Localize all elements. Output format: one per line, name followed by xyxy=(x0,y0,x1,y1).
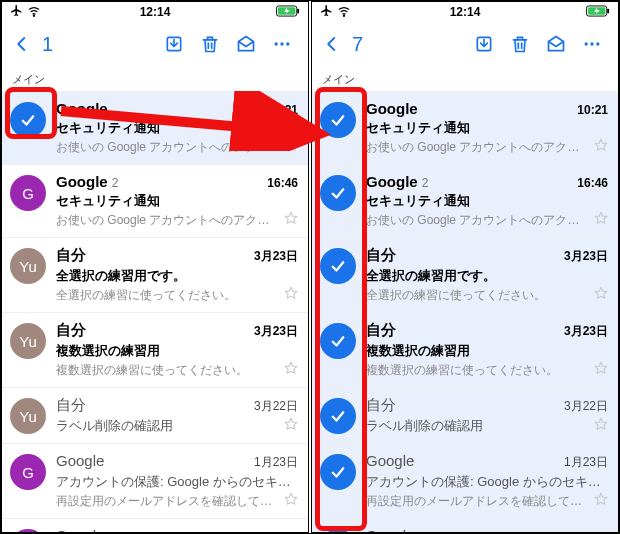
mark-read-button[interactable] xyxy=(538,34,574,54)
svg-marker-16 xyxy=(285,493,297,504)
selected-check-icon[interactable] xyxy=(320,175,356,211)
selected-check-icon[interactable] xyxy=(320,323,356,359)
star-icon[interactable] xyxy=(284,138,298,156)
airplane-mode-icon xyxy=(10,4,23,20)
back-button[interactable] xyxy=(320,32,344,56)
email-snippet: お使いの Google アカウントへのアクセ… xyxy=(56,139,298,156)
email-subject: アカウントの保護: Google からのセキュ… xyxy=(56,473,298,491)
star-icon[interactable] xyxy=(284,417,298,435)
sender-name: Google xyxy=(56,173,108,190)
email-subject: セキュリティ通知 xyxy=(366,119,608,137)
selected-check-icon[interactable] xyxy=(320,102,356,138)
email-row[interactable]: Google19/12/23セキュリティ通知 xyxy=(312,518,618,533)
star-icon[interactable] xyxy=(594,211,608,229)
email-list: Google10:21セキュリティ通知お使いの Google アカウントへのアク… xyxy=(312,91,618,533)
email-row[interactable]: GGoogle19/12/23セキュリティ通知 xyxy=(2,518,308,533)
svg-marker-12 xyxy=(285,212,297,223)
selected-check-icon[interactable] xyxy=(10,102,46,138)
sender-name: Google xyxy=(56,100,108,117)
more-button[interactable] xyxy=(574,34,610,54)
sender-avatar[interactable]: Yu xyxy=(10,323,46,359)
sender-avatar[interactable]: G xyxy=(10,529,46,533)
svg-marker-33 xyxy=(595,418,607,429)
selected-check-icon[interactable] xyxy=(320,529,356,533)
email-snippet: お使いの Google アカウントへのアクセ… xyxy=(56,212,298,229)
sender-avatar[interactable]: G xyxy=(10,175,46,211)
back-button[interactable] xyxy=(10,32,34,56)
battery-icon xyxy=(586,5,610,20)
sender-name: Google xyxy=(366,452,414,469)
email-row[interactable]: Google10:21セキュリティ通知お使いの Google アカウントへのアク… xyxy=(2,91,308,164)
sender-name: 自分 xyxy=(366,321,396,340)
section-label: メイン xyxy=(312,66,618,91)
star-icon[interactable] xyxy=(594,138,608,156)
delete-button[interactable] xyxy=(192,34,228,54)
more-button[interactable] xyxy=(264,34,300,54)
sender-name: Google xyxy=(56,452,104,469)
phone-right: 12:147メインGoogle10:21セキュリティ通知お使いの Google … xyxy=(311,1,619,533)
email-row[interactable]: GGoogle216:46セキュリティ通知お使いの Google アカウントへの… xyxy=(2,164,308,237)
email-row[interactable]: Yu自分3月23日全選択の練習用です。全選択の練習に使ってください。 xyxy=(2,237,308,312)
phone-left: 12:141メインGoogle10:21セキュリティ通知お使いの Google … xyxy=(1,1,309,533)
star-icon[interactable] xyxy=(594,417,608,435)
email-row[interactable]: Yu自分3月23日複数選択の練習用複数選択の練習に使ってください。 xyxy=(2,312,308,387)
email-date: 3月23日 xyxy=(556,248,608,265)
email-row[interactable]: 自分3月23日全選択の練習用です。全選択の練習に使ってください。 xyxy=(312,237,618,312)
email-snippet: 全選択の練習に使ってください。 xyxy=(366,287,608,304)
email-list: Google10:21セキュリティ通知お使いの Google アカウントへのアク… xyxy=(2,91,308,533)
svg-marker-34 xyxy=(595,493,607,504)
email-subject: 全選択の練習用です。 xyxy=(56,267,298,285)
star-icon[interactable] xyxy=(284,286,298,304)
sender-name: Google xyxy=(366,100,418,117)
selected-check-icon[interactable] xyxy=(320,398,356,434)
email-row[interactable]: GGoogle1月23日アカウントの保護: Google からのセキュ…再設定用… xyxy=(2,443,308,518)
thread-count: 2 xyxy=(422,176,429,190)
archive-button[interactable] xyxy=(156,34,192,54)
svg-marker-11 xyxy=(285,139,297,150)
sender-avatar[interactable]: Yu xyxy=(10,248,46,284)
email-row[interactable]: 自分3月22日ラベル削除の確認用 xyxy=(312,387,618,443)
email-snippet: 複数選択の練習に使ってください。 xyxy=(366,362,608,379)
email-row[interactable]: 自分3月23日複数選択の練習用複数選択の練習に使ってください。 xyxy=(312,312,618,387)
airplane-mode-icon xyxy=(320,4,333,20)
star-icon[interactable] xyxy=(284,211,298,229)
email-snippet: 再設定用のメールアドレスを確認してく… xyxy=(56,493,298,510)
email-row[interactable]: Google10:21セキュリティ通知お使いの Google アカウントへのアク… xyxy=(312,91,618,164)
svg-point-28 xyxy=(596,42,599,45)
email-snippet: 全選択の練習に使ってください。 xyxy=(56,287,298,304)
sender-name: Google xyxy=(366,527,414,533)
email-subject: 全選択の練習用です。 xyxy=(366,267,608,285)
svg-point-26 xyxy=(585,42,588,45)
star-icon[interactable] xyxy=(594,492,608,510)
email-row[interactable]: Google216:46セキュリティ通知お使いの Google アカウントへのア… xyxy=(312,164,618,237)
star-icon[interactable] xyxy=(594,361,608,379)
star-icon[interactable] xyxy=(594,286,608,304)
star-icon[interactable] xyxy=(284,492,298,510)
svg-rect-2 xyxy=(297,8,299,13)
mark-read-button[interactable] xyxy=(228,34,264,54)
email-date: 3月23日 xyxy=(556,323,608,340)
selected-check-icon[interactable] xyxy=(320,454,356,490)
svg-point-18 xyxy=(343,15,344,16)
email-date: 19/12/23 xyxy=(243,530,298,533)
svg-marker-30 xyxy=(595,212,607,223)
email-row[interactable]: Yu自分3月22日ラベル削除の確認用 xyxy=(2,387,308,443)
sender-name: 自分 xyxy=(366,396,396,415)
archive-button[interactable] xyxy=(466,34,502,54)
svg-rect-20 xyxy=(607,8,609,13)
svg-point-8 xyxy=(275,42,278,45)
svg-point-9 xyxy=(280,42,283,45)
selected-check-icon[interactable] xyxy=(320,248,356,284)
email-date: 16:46 xyxy=(569,176,608,190)
star-icon[interactable] xyxy=(284,361,298,379)
svg-point-27 xyxy=(590,42,593,45)
sender-avatar[interactable]: G xyxy=(10,454,46,490)
sender-avatar[interactable]: Yu xyxy=(10,398,46,434)
email-subject: セキュリティ通知 xyxy=(366,192,608,210)
email-snippet: お使いの Google アカウントへのアクセ… xyxy=(366,139,608,156)
delete-button[interactable] xyxy=(502,34,538,54)
email-row[interactable]: Google1月23日アカウントの保護: Google からのセキュ…再設定用の… xyxy=(312,443,618,518)
email-subject: 複数選択の練習用 xyxy=(366,342,608,360)
svg-point-0 xyxy=(33,15,34,16)
status-time: 12:14 xyxy=(450,5,481,19)
